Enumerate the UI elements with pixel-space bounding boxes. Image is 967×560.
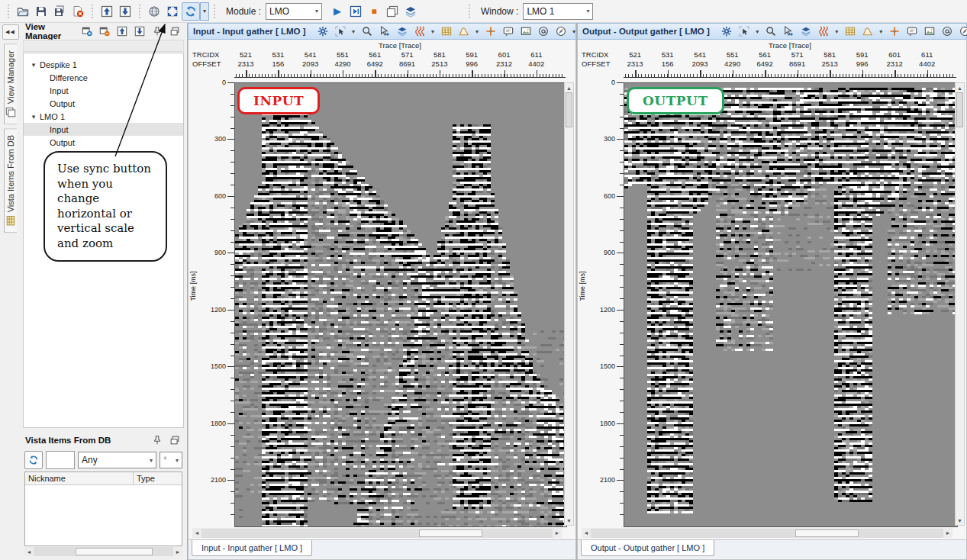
scrollbar-track[interactable] bbox=[591, 529, 943, 538]
open-project-button[interactable] bbox=[14, 2, 32, 21]
crosshair-button[interactable] bbox=[887, 24, 902, 39]
scrollbar-track[interactable] bbox=[34, 547, 173, 556]
output-document-tab[interactable]: Output - Output gather [ LMO ] bbox=[581, 540, 714, 556]
display-mode-caret[interactable]: ▾ bbox=[833, 22, 840, 40]
scroll-down-arrow[interactable]: ▼ bbox=[566, 516, 572, 525]
select-mode-caret[interactable]: ▾ bbox=[754, 22, 761, 40]
stop-module-button[interactable]: ■ bbox=[365, 2, 383, 21]
gain-button[interactable] bbox=[860, 24, 875, 39]
layers-button[interactable] bbox=[798, 24, 814, 39]
pin-panel-button[interactable] bbox=[150, 433, 164, 447]
column-header-nickname[interactable]: Nickname bbox=[25, 472, 134, 484]
display-settings-button[interactable] bbox=[719, 24, 734, 39]
scrollbar-thumb[interactable] bbox=[956, 92, 963, 127]
toolbar-drag-handle[interactable] bbox=[6, 3, 11, 20]
navigate-button[interactable] bbox=[553, 24, 569, 39]
select-mode-button[interactable] bbox=[737, 24, 752, 39]
scroll-right-arrow[interactable]: ► bbox=[943, 530, 952, 536]
run-module-button[interactable]: ▶ bbox=[328, 2, 347, 21]
scroll-up-arrow[interactable]: ▲ bbox=[957, 83, 962, 92]
scroll-left-arrow[interactable]: ◄ bbox=[582, 530, 591, 536]
float-panel-button[interactable] bbox=[168, 433, 182, 447]
scroll-left-arrow[interactable]: ◄ bbox=[192, 530, 201, 536]
seismic-display[interactable] bbox=[624, 82, 958, 527]
close-project-button[interactable] bbox=[69, 2, 87, 21]
layers-button[interactable] bbox=[395, 24, 410, 39]
scroll-down-arrow[interactable]: ▼ bbox=[957, 516, 962, 525]
pick-button[interactable] bbox=[377, 24, 392, 39]
select-mode-caret[interactable]: ▾ bbox=[350, 22, 357, 40]
display-mode-caret[interactable]: ▾ bbox=[430, 22, 437, 40]
gain-caret[interactable]: ▾ bbox=[878, 22, 885, 40]
pin-panel-button[interactable] bbox=[150, 24, 164, 38]
scrollbar-thumb[interactable] bbox=[795, 529, 859, 537]
scrollbar-track[interactable] bbox=[956, 92, 964, 516]
remove-view-button[interactable] bbox=[98, 24, 111, 38]
scroll-right-arrow[interactable]: ► bbox=[173, 549, 182, 555]
input-overlay-label[interactable]: INPUT bbox=[237, 87, 320, 114]
annotation-button[interactable] bbox=[904, 24, 920, 39]
annotation-button[interactable] bbox=[501, 24, 516, 39]
display-settings-button[interactable] bbox=[315, 24, 330, 39]
move-up-button[interactable] bbox=[115, 24, 129, 38]
window-select[interactable]: LMO 1 ▾ bbox=[523, 3, 593, 20]
select-mode-button[interactable] bbox=[333, 24, 348, 39]
collapse-dock-button[interactable]: ◀◀ bbox=[2, 24, 19, 40]
scroll-right-arrow[interactable]: ► bbox=[553, 530, 562, 536]
zoom-button[interactable] bbox=[359, 24, 375, 39]
display-mode-button[interactable] bbox=[412, 24, 427, 39]
snapshot-button[interactable] bbox=[922, 24, 937, 39]
pick-button[interactable] bbox=[781, 24, 796, 39]
tree-item-difference[interactable]: Difference bbox=[24, 71, 183, 84]
expander-icon[interactable]: ▾ bbox=[30, 61, 37, 69]
gain-button[interactable] bbox=[456, 24, 472, 39]
zoom-fit-button[interactable] bbox=[163, 2, 182, 21]
gain-caret[interactable]: ▾ bbox=[474, 22, 481, 40]
scrollbar-thumb[interactable] bbox=[566, 92, 572, 127]
duplicate-window-button[interactable] bbox=[383, 2, 401, 21]
sync-options-caret[interactable]: ▾ bbox=[200, 2, 209, 21]
sync-callout-annotation[interactable]: Use sync buttonwhen youchangehorizontal … bbox=[44, 151, 167, 262]
header-plot-button[interactable] bbox=[843, 24, 858, 39]
vista-type-filter-select[interactable]: Any ▾ bbox=[78, 452, 156, 468]
refresh-button[interactable] bbox=[24, 451, 43, 469]
import-button[interactable] bbox=[98, 2, 116, 21]
float-panel-button[interactable] bbox=[168, 24, 182, 38]
scrollbar-thumb[interactable] bbox=[76, 548, 153, 555]
header-plot-button[interactable] bbox=[439, 24, 454, 39]
vista-horizontal-scrollbar[interactable]: ◄ ► bbox=[24, 547, 182, 556]
zoom-scale-button[interactable] bbox=[940, 24, 955, 39]
input-document-tab[interactable]: Input - Input gather [ LMO ] bbox=[192, 540, 312, 556]
vista-wildcard-select[interactable]: * ▾ bbox=[160, 452, 182, 468]
scroll-left-arrow[interactable]: ◄ bbox=[24, 549, 34, 555]
vertical-scrollbar[interactable]: ▲ ▼ bbox=[564, 82, 574, 526]
export-button[interactable] bbox=[116, 2, 134, 21]
flow-layers-button[interactable] bbox=[401, 2, 420, 21]
scrollbar-track[interactable] bbox=[565, 92, 573, 516]
expander-icon[interactable]: ▾ bbox=[30, 113, 37, 121]
move-down-button[interactable] bbox=[133, 24, 147, 38]
scrollbar-thumb[interactable] bbox=[419, 529, 482, 537]
navigate-button[interactable] bbox=[957, 24, 967, 39]
module-select[interactable]: LMO ▾ bbox=[266, 3, 322, 20]
vertical-scrollbar[interactable]: ▲ ▼ bbox=[955, 82, 965, 526]
tree-item-input[interactable]: Input bbox=[24, 123, 183, 136]
tree-item-despike-1[interactable]: ▾Despike 1 bbox=[24, 58, 183, 71]
zoom-button[interactable] bbox=[763, 24, 778, 39]
crosshair-button[interactable] bbox=[483, 24, 498, 39]
seismic-display[interactable] bbox=[234, 82, 567, 527]
scrollbar-track[interactable] bbox=[201, 529, 553, 538]
tree-item-output[interactable]: Output bbox=[24, 136, 183, 149]
display-mode-button[interactable] bbox=[816, 24, 831, 39]
save-button[interactable] bbox=[32, 2, 50, 21]
panel-titlebar[interactable]: Input - Input gather [ LMO ] ▾ ▾ ▾ ▾ bbox=[188, 23, 576, 40]
vista-search-input[interactable] bbox=[46, 451, 75, 469]
tree-item-output[interactable]: Output bbox=[24, 97, 183, 110]
vista-table-body[interactable] bbox=[25, 485, 182, 546]
output-overlay-label[interactable]: OUTPUT bbox=[627, 87, 724, 114]
panel-titlebar[interactable]: Output - Output gather [ LMO ] ▾ ▾ ▾ ▾ bbox=[577, 23, 967, 40]
add-view-button[interactable] bbox=[80, 24, 94, 38]
tree-item-lmo-1[interactable]: ▾LMO 1 bbox=[24, 110, 183, 123]
column-header-type[interactable]: Type bbox=[134, 472, 182, 484]
horizontal-scrollbar[interactable]: ◄ ► bbox=[192, 528, 562, 538]
